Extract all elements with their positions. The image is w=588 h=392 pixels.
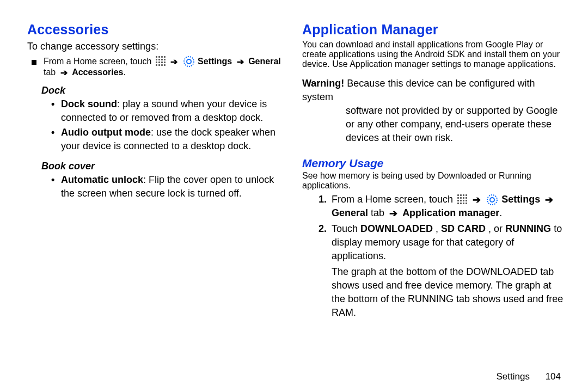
apps-grid-icon <box>155 56 165 65</box>
dock-list: Dock sound: play a sound when your devic… <box>49 97 286 153</box>
accessories-nav-path: From a Home screen, touch ➔ Settings ➔ G… <box>44 56 286 77</box>
nav-settings-label: Settings <box>501 194 540 205</box>
list-item: Automatic unlock: Flip the cover open to… <box>61 173 286 200</box>
list-item: Dock sound: play a sound when your devic… <box>61 97 286 125</box>
accessories-intro: To change accessory settings: <box>27 40 286 53</box>
step2-pre: Touch <box>332 223 360 234</box>
warning-paragraph: Warning! Because this device can be conf… <box>302 77 566 145</box>
apps-grid-icon <box>457 194 467 204</box>
memory-usage-intro: See how memory is being used by Download… <box>302 171 566 191</box>
arrow-icon: ➔ <box>543 194 555 205</box>
nav-general-label: General <box>248 57 281 66</box>
step2-downloaded: DOWNLOADED <box>360 223 433 234</box>
step2-sep: , or <box>488 223 505 234</box>
right-column: Application Manager You can download and… <box>297 22 566 376</box>
step-item: From a Home screen, touch ➔ Settings ➔ <box>332 193 566 220</box>
item-lead: Audio output mode <box>61 127 151 138</box>
svg-point-1 <box>187 59 191 64</box>
item-lead: Automatic unlock <box>61 174 143 185</box>
memory-usage-heading: Memory Usage <box>302 157 566 170</box>
nav-pre-text: From a Home screen, touch <box>332 194 456 205</box>
step2-sep: , <box>436 223 441 234</box>
dock-heading: Dock <box>41 85 286 96</box>
arrow-icon: ➔ <box>470 194 483 205</box>
warning-body-rest: software not provided by or supported by… <box>346 104 566 145</box>
appmanager-intro: You can download and install application… <box>302 40 566 69</box>
list-item: Audio output mode: use the dock speaker … <box>61 126 286 153</box>
arrow-icon: ➔ <box>58 68 70 77</box>
book-cover-heading: Book cover <box>41 161 286 172</box>
nav-tab-word: tab <box>44 68 56 77</box>
memory-steps: From a Home screen, touch ➔ Settings ➔ <box>318 193 566 263</box>
nav-period: . <box>499 207 502 218</box>
nav-period: . <box>123 68 125 77</box>
item-lead: Dock sound <box>61 99 117 109</box>
nav-target-label: Application manager <box>402 207 499 218</box>
nav-tab-word: tab <box>371 207 384 218</box>
gear-icon <box>183 56 194 67</box>
page-footer: Settings 104 <box>496 371 561 382</box>
step2-sdcard: SD CARD <box>441 223 486 234</box>
svg-point-3 <box>490 198 494 202</box>
gear-icon <box>487 194 498 205</box>
manual-page: Accessories To change accessory settings… <box>0 0 588 392</box>
nav-pre-text: From a Home screen, touch <box>44 57 154 66</box>
nav-general-label: General <box>332 207 368 218</box>
arrow-icon: ➔ <box>168 57 180 66</box>
nav-settings-label: Settings <box>198 57 232 66</box>
svg-point-0 <box>184 57 194 66</box>
nav-target-label: Accessories <box>72 68 123 77</box>
arrow-icon: ➔ <box>235 57 246 66</box>
step-item: Touch DOWNLOADED , SD CARD , or RUNNING … <box>332 222 566 263</box>
memory-note: The graph at the bottom of the DOWNLOADE… <box>332 265 566 320</box>
appmanager-heading: Application Manager <box>302 22 566 38</box>
step2-running: RUNNING <box>505 223 551 234</box>
left-column: Accessories To change accessory settings… <box>27 22 297 376</box>
arrow-icon: ➔ <box>387 208 400 219</box>
book-cover-list: Automatic unlock: Flip the cover open to… <box>49 173 286 200</box>
footer-section-label: Settings <box>496 371 529 382</box>
svg-point-2 <box>487 195 497 205</box>
accessories-heading: Accessories <box>27 22 286 38</box>
warning-label: Warning! <box>302 78 344 89</box>
page-number: 104 <box>546 371 561 382</box>
